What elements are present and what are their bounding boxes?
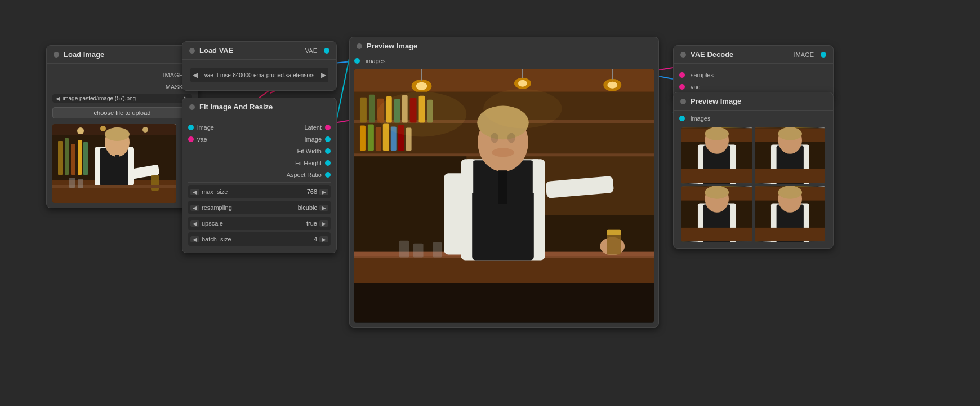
- thumb-cell-2: [755, 127, 826, 184]
- svg-point-81: [377, 92, 466, 137]
- maxsize-arrow-right[interactable]: ▶: [319, 189, 328, 195]
- port-samples-label: samples: [691, 72, 714, 78]
- preview-small-title: Preview Image: [691, 97, 741, 105]
- svg-rect-65: [533, 159, 538, 193]
- fit-image-header: Fit Image And Resize: [182, 98, 336, 116]
- preview-small-images-label: images: [691, 115, 710, 122]
- resampling-arrow-right[interactable]: ▶: [319, 205, 328, 211]
- svg-rect-23: [78, 179, 83, 188]
- svg-point-37: [607, 82, 617, 89]
- maxsize-arrow-left[interactable]: ◀: [190, 189, 199, 195]
- node-status-dot: [54, 52, 59, 58]
- svg-rect-96: [755, 169, 826, 183]
- svg-point-34: [518, 80, 527, 87]
- batchsize-arrow-left[interactable]: ◀: [190, 236, 199, 242]
- svg-rect-103: [681, 227, 752, 241]
- svg-rect-77: [399, 241, 409, 258]
- svg-rect-51: [360, 125, 366, 151]
- svg-point-109: [778, 186, 801, 199]
- svg-rect-11: [71, 144, 75, 175]
- port-latent-right: Latent: [304, 124, 331, 131]
- load-vae-title: Load VAE: [199, 46, 233, 55]
- preview-small-images-connector: [679, 116, 685, 121]
- port-aspectratio-right: Aspect Ratio: [287, 171, 331, 178]
- vae-value: vae-ft-mse-840000-ema-pruned.safetensors: [198, 72, 321, 78]
- maxsize-value: 768: [307, 188, 319, 195]
- port-samples-left: samples: [679, 72, 714, 78]
- thumb-cell-1: [681, 127, 752, 184]
- preview-images-label: images: [366, 58, 385, 64]
- svg-point-17: [105, 127, 130, 141]
- port-fitheight-right: Fit Height: [295, 160, 331, 166]
- upscale-arrow-right[interactable]: ▶: [319, 220, 328, 227]
- vae-decode-title: VAE Decode: [691, 50, 733, 59]
- svg-rect-42: [360, 98, 367, 123]
- vae-decode-node: VAE Decode IMAGE samples vae: [673, 45, 834, 99]
- svg-rect-64: [467, 159, 473, 193]
- port-aspectratio-connector: [325, 172, 331, 178]
- svg-point-68: [491, 133, 498, 143]
- fit-separator: [188, 182, 331, 183]
- vae-arrow-right[interactable]: ▶: [321, 71, 326, 79]
- port-image-row: IMAGE: [52, 70, 192, 80]
- vae-selector[interactable]: ◀ vae-ft-mse-840000-ema-pruned.safetenso…: [190, 68, 328, 82]
- svg-rect-76: [607, 230, 621, 235]
- port-fitwidth-connector: [325, 148, 331, 154]
- choose-file-button[interactable]: choose file to upload: [52, 107, 192, 118]
- preview-small-header: Preview Image: [674, 92, 833, 111]
- load-image-thumbnail: [52, 124, 176, 203]
- upscale-value: true: [306, 220, 319, 227]
- port-latent-connector: [325, 125, 331, 130]
- port-mask-label: MASK: [166, 83, 183, 90]
- port-image-l-connector: [188, 125, 194, 130]
- preview-main-body: images: [350, 55, 658, 67]
- svg-point-88: [705, 127, 729, 140]
- vae-decode-header: VAE Decode IMAGE: [674, 46, 833, 64]
- load-vae-body: ◀ vae-ft-mse-840000-ema-pruned.safetenso…: [182, 60, 336, 90]
- svg-rect-52: [368, 124, 374, 151]
- vae-arrow-left[interactable]: ◀: [193, 71, 198, 79]
- vae-decode-image-connector: [821, 52, 826, 58]
- bartender-svg: [52, 124, 176, 203]
- svg-point-24: [77, 127, 84, 134]
- port-fitwidth-row: Fit Width: [188, 146, 331, 156]
- batchsize-arrow-right[interactable]: ▶: [319, 236, 328, 242]
- resampling-label: resampling: [199, 204, 298, 211]
- preview-main-header: Preview Image: [350, 37, 658, 55]
- svg-point-26: [142, 127, 148, 133]
- resampling-value: bicubic: [298, 204, 319, 211]
- fit-image-node: Fit Image And Resize image Latent vae Im…: [182, 98, 337, 253]
- svg-point-82: [483, 89, 562, 129]
- svg-rect-18: [115, 155, 119, 178]
- port-vae2-row: vae: [679, 82, 827, 92]
- preview-main-dot: [357, 43, 362, 49]
- port-fitheight-connector: [325, 160, 331, 166]
- node-vae-dot: [189, 48, 195, 54]
- port-vae2-label: vae: [691, 83, 701, 90]
- load-image-header: Load Image: [47, 46, 198, 64]
- port-vae-image-row2: vae Image: [188, 134, 331, 144]
- upscale-label: upscale: [199, 220, 306, 227]
- param-resampling-row: ◀ resampling bicubic ▶: [188, 201, 331, 214]
- load-vae-node: Load VAE VAE ◀ vae-ft-mse-840000-ema-pru…: [182, 41, 337, 91]
- svg-rect-22: [69, 178, 75, 188]
- svg-rect-71: [498, 170, 507, 204]
- port-vae-l-connector: [188, 136, 194, 142]
- load-vae-header: Load VAE VAE: [182, 42, 336, 60]
- upscale-arrow-left[interactable]: ◀: [190, 220, 199, 227]
- svg-rect-43: [369, 95, 375, 123]
- bartender-large-svg: [354, 69, 654, 323]
- svg-rect-72: [444, 173, 465, 254]
- preview-image-small-node: Preview Image images: [673, 92, 834, 249]
- batchsize-value: 4: [314, 236, 319, 242]
- svg-rect-78: [413, 244, 424, 258]
- preview-small-dot: [680, 99, 686, 104]
- arrow-left-icon[interactable]: ◀: [56, 95, 60, 102]
- resampling-arrow-left[interactable]: ◀: [190, 205, 199, 211]
- svg-point-70: [492, 148, 514, 157]
- file-name: image pasted/image (57).png: [63, 95, 182, 102]
- port-image-vae-row1: image Latent: [188, 122, 331, 133]
- port-fitwidth-label: Fit Width: [297, 148, 322, 155]
- svg-rect-53: [376, 127, 381, 151]
- preview-main-title: Preview Image: [367, 42, 417, 50]
